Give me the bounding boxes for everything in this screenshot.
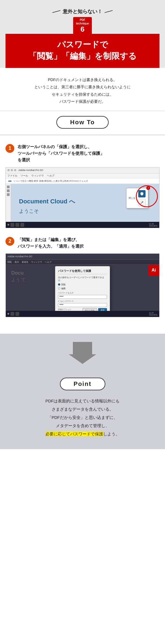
step-2-number: 2 xyxy=(6,237,14,246)
step-2-image: Adobe Acrobat Pro DC 閲覧 表示 著者名 ウィンドウ ヘルプ… xyxy=(6,253,160,317)
ss2-taskbar: ⊞ 21:472021/8/31 xyxy=(6,311,159,317)
arrow-section xyxy=(0,334,165,372)
step-2-header: 2 「閲覧」または「編集」を選び、 パスワードを入力、「適用」を選択 xyxy=(6,236,160,250)
ss1-close-text: 閉じる xyxy=(129,197,135,200)
svg-marker-0 xyxy=(69,342,96,364)
ss2-confirm-label: ✔ もにパスワード xyxy=(58,300,107,303)
ss1-menu-help: ヘルプ xyxy=(47,174,54,178)
ss2-app-name: Adobe Acrobat Pro DC xyxy=(7,255,32,258)
top-tagline: 意外と知らない！ xyxy=(63,8,102,15)
title-line2: 「閲覧」「編集」を制限する xyxy=(29,51,137,60)
ss2-menu3: 著者名 xyxy=(22,261,28,264)
ss1-dot3 xyxy=(14,169,16,171)
header-section: 意外と知らない！ PDF technique 6 パスワードで 「閲覧」「編集」… xyxy=(0,0,165,68)
step-1-text: 右側ツールパネルの「保護」を選択し、 ツールバーから「パスワードを使用して保護」… xyxy=(18,143,104,163)
point-section: Point PDFは表面的に見えている情報以外にも さまざまなデータを含んでいる… xyxy=(0,372,165,449)
ss2-radio-view-label: 閲覧 xyxy=(61,283,66,286)
badge-number: 6 xyxy=(76,25,89,33)
ss2-confirm-label-text: もにパスワード xyxy=(60,300,74,302)
down-arrow-icon xyxy=(69,342,96,364)
ss1-taskbar: ⊞ 21:402021/8/31 xyxy=(6,222,159,228)
ss2-password-row: パスワードを入力 •••••• xyxy=(58,292,107,299)
step-1-image: Adobe Acrobat Pro DC ファイル ツール ウィンドウ ヘルプ … xyxy=(6,167,160,228)
ss2-radio-view[interactable]: 閲覧 xyxy=(58,283,107,286)
ss2-clock: 21:472021/8/31 xyxy=(149,312,158,316)
ss2-main-bg: Docu よう て Ai パスワードを使用して保護 次の操作をユーザーにパスワー… xyxy=(6,265,159,317)
ss1-addressbar: ◀ ▶ ソコンで役立つ機能 書替 著書2冊投稿した書き替え動画 外付HDのフォル… xyxy=(6,178,159,184)
ss1-sidebar-icon3 xyxy=(7,193,10,196)
step-1: 1 右側ツールパネルの「保護」を選択し、 ツールバーから「パスワードを使用して保… xyxy=(6,143,160,228)
decorative-line-left xyxy=(52,10,60,13)
main-title: パスワードで 「閲覧」「編集」を制限する xyxy=(11,39,154,62)
ss2-password-label: パスワードを入力 xyxy=(58,292,107,294)
ss2-menu5: ヘルプ xyxy=(45,261,51,264)
point-btn-container: Point xyxy=(8,378,157,390)
ss1-taskbar-icon2 xyxy=(15,223,19,227)
red-title-block: パスワードで 「閲覧」「編集」を制限する xyxy=(6,34,160,68)
ss1-circle-highlight xyxy=(136,185,158,207)
ss1-menu-edit: ツール xyxy=(21,174,28,178)
ss2-toolbar: Adobe Acrobat Pro DC xyxy=(6,254,159,260)
ss1-taskbar-icon1 xyxy=(10,223,14,227)
ss1-address-text: ソコンで役立つ機能 書替 著書2冊投稿した書き替え動画 外付HDのフォルダ xyxy=(13,179,88,183)
header-top-text: 意外と知らない！ xyxy=(6,8,160,15)
pdf-badge: PDF technique 6 xyxy=(73,17,92,34)
ss1-nav-icons: ◀ ▶ xyxy=(8,180,12,182)
ss2-confirm-check: ✔ xyxy=(58,300,60,302)
ss2-radio-view-dot xyxy=(58,283,60,286)
point-line2: さまざまなデータを含んでいる。 xyxy=(52,407,114,411)
howto-button[interactable]: How To xyxy=(56,116,109,129)
ss1-app-name: Adobe Acrobat Pro DC xyxy=(18,169,43,172)
ss1-doc-subtitle: ようこそ xyxy=(19,208,151,214)
ss1-content: Document Cloud へ ようこそ × 閉じる xyxy=(6,184,159,228)
point-line3: 「PDFだから安全」と思い込まずに、 xyxy=(48,415,118,420)
ss2-menu1: 閲覧 xyxy=(7,261,12,264)
ss2-menubar: 閲覧 表示 著者名 ウィンドウ ヘルプ xyxy=(6,260,159,265)
ss2-taskbar-icon1 xyxy=(10,312,14,316)
description-text: PDFのドキュメントは書き換えられる。 ということは、第三者に勝手に書き換えられ… xyxy=(8,76,157,105)
ss2-confirm-row: ✔ もにパスワード •••••• xyxy=(58,300,107,307)
ss2-adobe-logo: Ai xyxy=(148,265,159,276)
point-line5-highlight: 必要に応じてパスワードで保護 xyxy=(45,432,103,436)
ss1-start-icon: ⊞ xyxy=(7,223,9,226)
ss2-dialog-desc: 次の操作をユーザーにパスワードで要求できます: xyxy=(58,276,107,282)
ss1-toolbar: Adobe Acrobat Pro DC xyxy=(6,167,159,173)
ss2-password-input[interactable]: •••••• xyxy=(58,295,107,299)
screenshot-2: Adobe Acrobat Pro DC 閲覧 表示 著者名 ウィンドウ ヘルプ… xyxy=(6,254,159,317)
title-line1: パスワードで xyxy=(57,40,108,49)
ss1-menu-file: ファイル xyxy=(7,174,17,178)
step-1-header: 1 右側ツールパネルの「保護」を選択し、 ツールバーから「パスワードを使用して保… xyxy=(6,143,160,163)
ss1-sidebar xyxy=(6,184,11,228)
ss1-dot1 xyxy=(7,169,10,171)
screenshot-1: Adobe Acrobat Pro DC ファイル ツール ウィンドウ ヘルプ … xyxy=(6,167,159,228)
ss2-radio-group: 閲覧 編集 xyxy=(58,283,107,290)
ss2-taskbar-icon2 xyxy=(15,312,19,316)
ss2-radio-edit-label: 編集 xyxy=(61,287,66,290)
howto-container: How To xyxy=(0,111,165,135)
ss2-radio-edit-dot xyxy=(58,287,60,289)
ss1-sidebar-icon1 xyxy=(7,186,10,188)
step-2: 2 「閲覧」または「編集」を選び、 パスワードを入力、「適用」を選択 Adobe… xyxy=(6,236,160,317)
steps-section: 1 右側ツールパネルの「保護」を選択し、 ツールバーから「パスワードを使用して保… xyxy=(0,135,165,328)
badge-label-line1: PDF technique xyxy=(76,18,89,25)
ss2-menu2: 表示 xyxy=(15,261,19,264)
decorative-line-right xyxy=(105,10,112,13)
ss2-start-icon: ⊞ xyxy=(7,313,9,315)
ss2-radio-edit[interactable]: 編集 xyxy=(58,287,107,290)
point-line1: PDFは表面的に見えている情報以外にも xyxy=(45,399,120,403)
ss1-sidebar-icon2 xyxy=(7,189,10,192)
ss2-confirm-input[interactable]: •••••• xyxy=(58,303,107,307)
ss1-dot2 xyxy=(11,169,13,171)
ss1-main-content: Document Cloud へ ようこそ × 閉じる xyxy=(11,184,159,228)
point-line4: メタデータを含めて管理し、 xyxy=(56,423,109,428)
ss1-menubar: ファイル ツール ウィンドウ ヘルプ xyxy=(6,173,159,178)
ss2-dialog-title: パスワードを使用して保護 xyxy=(58,269,107,274)
ss1-clock: 21:402021/8/31 xyxy=(149,223,158,227)
ss2-menu4: ウィンドウ xyxy=(31,261,42,264)
ss2-content: Docu よう て Ai パスワードを使用して保護 次の操作をユーザーにパスワー… xyxy=(6,265,159,317)
step-2-text: 「閲覧」または「編集」を選び、 パスワードを入力、「適用」を選択 xyxy=(18,236,84,250)
badge-container: PDF technique 6 xyxy=(6,17,160,34)
ss2-dialog: パスワードを使用して保護 次の操作をユーザーにパスワードで要求できます: 閲覧 … xyxy=(55,266,110,316)
ss1-taskbar-icon3 xyxy=(20,223,24,227)
step-1-number: 1 xyxy=(6,144,14,153)
